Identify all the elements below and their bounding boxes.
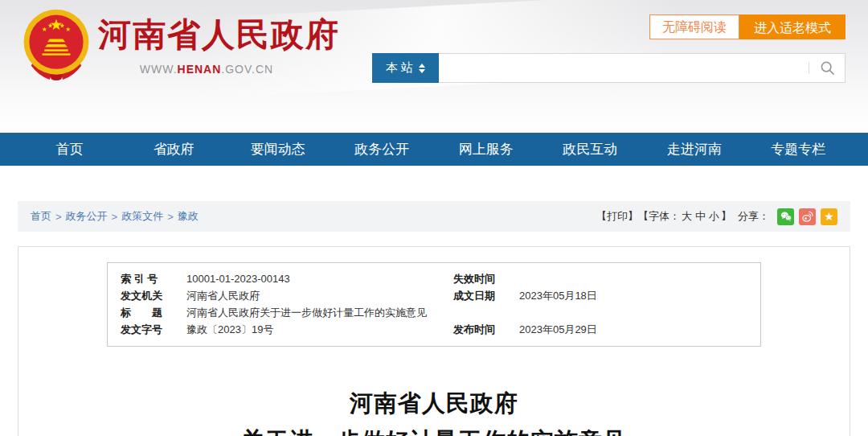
breadcrumb: 首页 > 政务公开 > 政策文件 > 豫政	[31, 209, 199, 224]
breadcrumb-separator: >	[55, 211, 62, 223]
nav-item-home[interactable]: 首页	[18, 133, 122, 166]
metadata-row: 发文字号 豫政〔2023〕19号 发布时间 2023年05月29日	[108, 321, 760, 338]
main-nav: 首页 省政府 要闻动态 政务公开 网上服务 政民互动 走进河南 专题专栏	[0, 133, 868, 166]
breadcrumb-separator: >	[167, 211, 174, 223]
elder-mode-button[interactable]: 进入适老模式	[739, 14, 845, 39]
expiry-time-label: 失效时间	[453, 270, 508, 287]
document-number-label: 发文字号	[121, 321, 175, 338]
header-mode-buttons: 无障碍阅读 进入适老模式	[649, 14, 845, 39]
share-weibo-icon[interactable]	[799, 208, 816, 225]
article-title-line1: 河南省人民政府	[18, 385, 850, 422]
nav-item-news[interactable]: 要闻动态	[226, 133, 330, 166]
favorite-star-icon[interactable]: ★	[821, 208, 837, 225]
nav-item-about-henan[interactable]: 走进河南	[642, 133, 747, 166]
publish-date-value: 2023年05月29日	[519, 321, 597, 338]
share-wechat-icon[interactable]	[777, 208, 794, 225]
search-input[interactable]	[439, 54, 809, 82]
font-size-label: 【字体：	[638, 209, 680, 224]
written-date-label: 成文日期	[453, 287, 508, 304]
page-tools: 【打印】 【字体： 大 中 小 】 分享：	[596, 208, 837, 225]
breadcrumb-policy-documents[interactable]: 政策文件	[121, 209, 163, 224]
title-label: 标 题	[121, 304, 175, 321]
article-panel: 索 引 号 10001-01-2023-00143 失效时间 发文机关 河南省人…	[18, 246, 850, 436]
title-value: 河南省人民政府关于进一步做好计量工作的实施意见	[186, 304, 760, 321]
issuing-agency-value: 河南省人民政府	[186, 287, 453, 304]
font-size-label-end: 】	[721, 209, 731, 224]
publish-date-label: 发布时间	[453, 321, 508, 338]
nav-item-online-services[interactable]: 网上服务	[434, 133, 538, 166]
main-nav-items: 首页 省政府 要闻动态 政务公开 网上服务 政民互动 走进河南 专题专栏	[18, 133, 850, 166]
written-date-value: 2023年05月18日	[519, 287, 597, 304]
site-url: WWW.HENAN.GOV.CN	[98, 63, 315, 76]
search-scope-label: 本 站	[386, 60, 413, 76]
breadcrumb-separator: >	[112, 211, 118, 223]
search-icon	[820, 60, 835, 76]
print-button[interactable]: 【打印】	[596, 209, 638, 224]
breadcrumb-gov-affairs[interactable]: 政务公开	[66, 209, 108, 224]
national-emblem-logo	[18, 6, 95, 80]
nav-item-interaction[interactable]: 政民互动	[538, 133, 643, 166]
search-scope-dropdown[interactable]: 本 站	[372, 53, 439, 83]
accessibility-reading-button[interactable]: 无障碍阅读	[649, 14, 739, 39]
metadata-row: 标 题 河南省人民政府关于进一步做好计量工作的实施意见	[108, 304, 760, 321]
share-label: 分享：	[738, 209, 769, 224]
index-number-value: 10001-01-2023-00143	[186, 270, 453, 287]
font-size-medium[interactable]: 中	[695, 209, 706, 224]
document-number-value: 豫政〔2023〕19号	[186, 321, 453, 338]
metadata-row: 索 引 号 10001-01-2023-00143 失效时间	[108, 270, 760, 287]
breadcrumb-bar: 首页 > 政务公开 > 政策文件 > 豫政 【打印】 【字体： 大 中 小 】 …	[18, 201, 850, 232]
issuing-agency-label: 发文机关	[121, 287, 175, 304]
article-title: 河南省人民政府 关于进一步做好计量工作的实施意见	[18, 385, 850, 436]
site-brand: 河南省人民政府 WWW.HENAN.GOV.CN	[98, 13, 315, 76]
index-number-label: 索 引 号	[121, 270, 175, 287]
site-search-bar: 本 站	[372, 53, 845, 83]
font-size-small[interactable]: 小	[709, 209, 719, 224]
site-header: 河南省人民政府 WWW.HENAN.GOV.CN 无障碍阅读 进入适老模式 本 …	[0, 0, 868, 133]
nav-item-gov-affairs[interactable]: 政务公开	[330, 133, 435, 166]
font-size-large[interactable]: 大	[682, 209, 692, 224]
nav-item-special-topics[interactable]: 专题专栏	[747, 133, 851, 166]
breadcrumb-yuzheng[interactable]: 豫政	[178, 209, 199, 224]
sort-arrows-icon	[419, 64, 425, 73]
search-button[interactable]	[820, 60, 835, 76]
document-metadata-box: 索 引 号 10001-01-2023-00143 失效时间 发文机关 河南省人…	[107, 262, 761, 347]
nav-item-provincial-government[interactable]: 省政府	[122, 133, 227, 166]
breadcrumb-home[interactable]: 首页	[31, 209, 51, 224]
search-divider	[809, 62, 809, 74]
metadata-row: 发文机关 河南省人民政府 成文日期 2023年05月18日	[108, 287, 760, 304]
article-title-line2: 关于进一步做好计量工作的实施意见	[18, 422, 850, 436]
site-title: 河南省人民政府	[98, 13, 315, 57]
